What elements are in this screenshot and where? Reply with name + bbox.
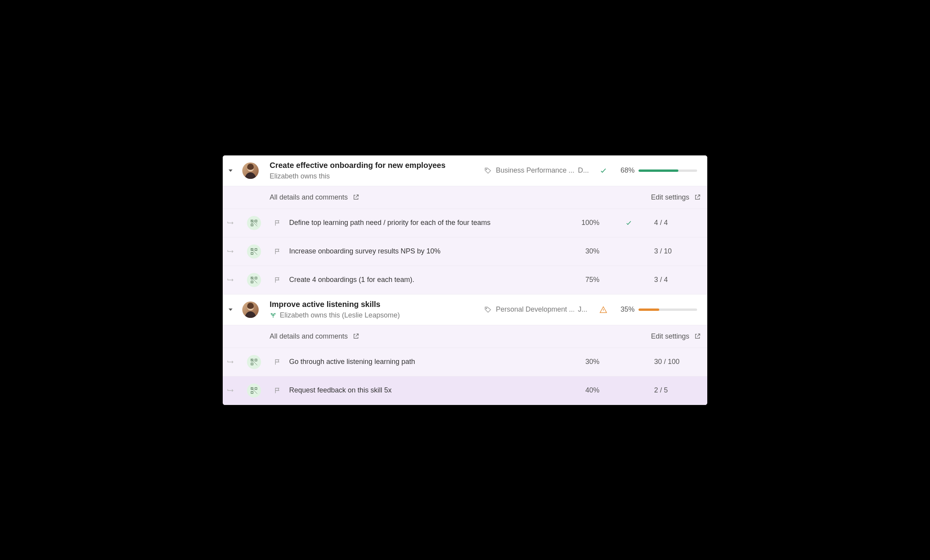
- svg-point-12: [486, 308, 487, 309]
- tag-icon: [484, 306, 492, 314]
- external-link-icon: [352, 194, 359, 201]
- kr-count: 2 / 5: [654, 386, 701, 394]
- kr-type-icon: [247, 355, 261, 369]
- expand-toggle[interactable]: [223, 169, 238, 172]
- kr-title: Increase onboarding survey results NPS b…: [289, 247, 568, 255]
- kr-count: 30 / 100: [654, 358, 701, 366]
- all-details-label: All details and comments: [270, 332, 348, 341]
- all-details-link[interactable]: All details and comments: [270, 332, 359, 341]
- caret-down-icon: [229, 169, 232, 172]
- objective-code: J...: [578, 305, 594, 314]
- kr-pct: 30%: [572, 247, 603, 255]
- external-link-icon: [694, 194, 701, 201]
- svg-rect-3: [255, 220, 257, 222]
- edit-settings-link[interactable]: Edit settings: [651, 193, 701, 202]
- objective-settings-row: All details and comments Edit settings: [223, 186, 707, 209]
- sprout-icon: [270, 312, 277, 319]
- indent-arrow-icon: [223, 388, 238, 393]
- svg-rect-14: [255, 359, 257, 361]
- avatar-person-icon: [242, 301, 259, 318]
- warning-icon: [599, 306, 607, 314]
- all-details-link[interactable]: All details and comments: [270, 193, 359, 202]
- avatar: [242, 162, 259, 179]
- svg-rect-6: [255, 248, 257, 250]
- expand-toggle[interactable]: [223, 309, 238, 311]
- objective-owner: Elizabeth owns this (Leslie Leapsome): [280, 311, 400, 319]
- tag-label: Personal Development ...: [496, 305, 574, 314]
- all-details-label: All details and comments: [270, 193, 348, 202]
- avatar-person-icon: [242, 162, 259, 179]
- edit-settings-label: Edit settings: [651, 332, 689, 341]
- kr-type-icon: [247, 273, 261, 287]
- kr-status: [607, 219, 650, 226]
- kr-type-icon: [247, 383, 261, 398]
- objective-progress-pct: 35%: [613, 305, 635, 314]
- kr-title: Define top learning path need / priority…: [289, 219, 568, 227]
- objective-title: Improve active listening skills: [270, 300, 480, 309]
- goals-card: Create effective onboarding for new empl…: [223, 155, 707, 405]
- svg-rect-15: [251, 363, 253, 365]
- external-link-icon: [694, 333, 701, 340]
- indent-arrow-icon: [223, 278, 238, 282]
- kr-title: Create 4 onboardings (1 for each team).: [289, 276, 568, 284]
- objective-settings-row: All details and comments Edit settings: [223, 325, 707, 348]
- key-result-row[interactable]: Go through active listening learning pat…: [223, 348, 707, 376]
- flag-icon[interactable]: [270, 219, 285, 226]
- svg-rect-9: [255, 277, 257, 279]
- flag-icon[interactable]: [270, 358, 285, 366]
- svg-rect-4: [251, 224, 253, 226]
- objective-row[interactable]: Create effective onboarding for new empl…: [223, 155, 707, 186]
- flag-icon[interactable]: [270, 276, 285, 284]
- kr-count: 3 / 4: [654, 276, 701, 284]
- key-result-row[interactable]: Create 4 onboardings (1 for each team). …: [223, 266, 707, 294]
- avatar: [242, 301, 259, 318]
- key-result-row[interactable]: Increase onboarding survey results NPS b…: [223, 237, 707, 266]
- objective-status: [597, 306, 609, 314]
- kr-count: 4 / 4: [654, 219, 701, 227]
- svg-rect-17: [255, 387, 257, 389]
- kr-type-icon: [247, 244, 261, 259]
- kr-pct: 75%: [572, 276, 603, 284]
- svg-rect-10: [251, 281, 253, 283]
- kr-type-icon: [247, 216, 261, 230]
- kr-count: 3 / 10: [654, 247, 701, 255]
- kr-title: Request feedback on this skill 5x: [289, 386, 568, 394]
- kr-pct: 40%: [572, 386, 603, 394]
- tag-icon: [484, 167, 492, 175]
- objective-title: Create effective onboarding for new empl…: [270, 161, 480, 170]
- check-icon: [625, 219, 632, 226]
- objective-owner: Elizabeth owns this: [270, 172, 330, 180]
- indent-arrow-icon: [223, 249, 238, 254]
- kr-pct: 30%: [572, 358, 603, 366]
- svg-point-1: [486, 169, 487, 169]
- objective-progress-pct: 68%: [613, 166, 635, 175]
- caret-down-icon: [229, 309, 232, 311]
- objective-progress-bar: [638, 169, 701, 172]
- indent-arrow-icon: [223, 221, 238, 225]
- objective-code: D...: [578, 166, 594, 175]
- svg-rect-18: [251, 391, 253, 393]
- objective-tag[interactable]: Personal Development ...: [484, 305, 574, 314]
- kr-title: Go through active listening learning pat…: [289, 358, 568, 366]
- check-icon: [599, 167, 607, 175]
- flag-icon[interactable]: [270, 248, 285, 255]
- key-result-row[interactable]: Request feedback on this skill 5x 40% 2 …: [223, 376, 707, 405]
- indent-arrow-icon: [223, 360, 238, 364]
- kr-pct: 100%: [572, 219, 603, 227]
- svg-rect-7: [251, 252, 253, 254]
- edit-settings-link[interactable]: Edit settings: [651, 332, 701, 341]
- objective-status: [597, 167, 609, 175]
- external-link-icon: [352, 333, 359, 340]
- objective-row[interactable]: Improve active listening skills Elizabet…: [223, 294, 707, 325]
- objective-progress-bar: [638, 309, 701, 311]
- edit-settings-label: Edit settings: [651, 193, 689, 202]
- objective-tag[interactable]: Business Performance ...: [484, 166, 574, 175]
- tag-label: Business Performance ...: [496, 166, 574, 175]
- flag-icon[interactable]: [270, 387, 285, 394]
- key-result-row[interactable]: Define top learning path need / priority…: [223, 209, 707, 237]
